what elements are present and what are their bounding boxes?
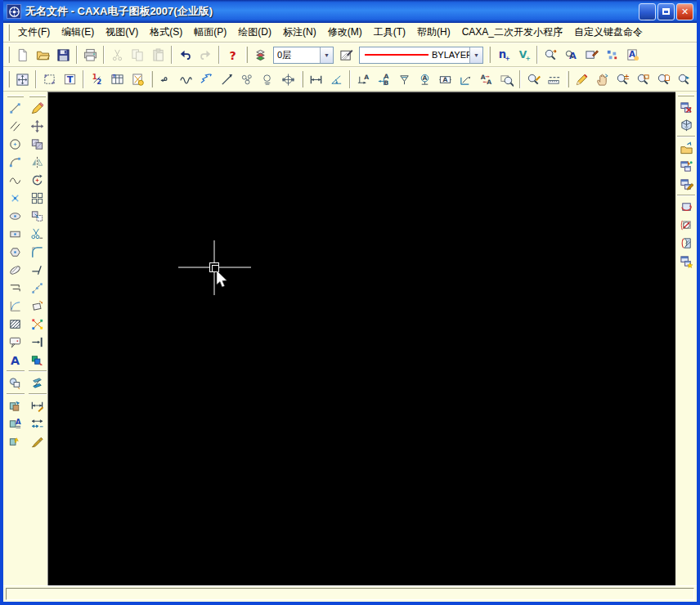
mirror-button[interactable]: [27, 153, 47, 171]
zoom-fit-button[interactable]: [12, 69, 33, 89]
move-button[interactable]: [27, 117, 47, 135]
dim-linear-button[interactable]: [306, 69, 326, 89]
ortho-mode-button[interactable]: n+: [493, 45, 514, 65]
menu-item-4[interactable]: 格式(S): [144, 23, 188, 42]
win-new-button[interactable]: [676, 252, 697, 270]
mag-pencil-button[interactable]: [523, 69, 544, 89]
toolbar-grip[interactable]: [29, 95, 46, 97]
dim-angular-button[interactable]: [326, 69, 347, 89]
block-move-button[interactable]: [27, 351, 47, 369]
toolbar-grip[interactable]: [150, 71, 153, 87]
menu-item-5[interactable]: 幅面(P): [188, 23, 232, 42]
polyline-button[interactable]: [5, 279, 25, 297]
dim-text-button[interactable]: AA: [476, 69, 496, 89]
menu-item-6[interactable]: 绘图(D): [232, 23, 277, 42]
toolbar-grip[interactable]: [488, 47, 491, 63]
hatch-fill-button[interactable]: [5, 315, 25, 333]
sheet-settings-button[interactable]: [128, 69, 148, 89]
circle-view-button[interactable]: [676, 198, 697, 216]
mag-page-button[interactable]: [653, 69, 674, 89]
zorder-button[interactable]: [27, 374, 47, 392]
hand-pan-button[interactable]: [592, 69, 612, 89]
explode-button[interactable]: [27, 315, 47, 333]
print-button[interactable]: [80, 45, 101, 65]
dim-datum-button[interactable]: A: [353, 69, 374, 89]
rotate-button[interactable]: [27, 171, 47, 189]
erase-button[interactable]: [27, 99, 47, 117]
color-combo-dropdown[interactable]: ▼: [469, 47, 482, 63]
line-button[interactable]: [5, 99, 25, 117]
win-edit-button[interactable]: [676, 175, 697, 193]
menu-item-9[interactable]: 工具(T): [368, 23, 411, 42]
linetype-button[interactable]: [336, 45, 357, 65]
minimize-button[interactable]: _: [639, 3, 656, 20]
toolbar-grip[interactable]: [7, 47, 10, 63]
mag-prev-button[interactable]: [674, 69, 694, 89]
hatch-pen-button[interactable]: [5, 261, 25, 279]
block-edit-button[interactable]: [5, 432, 25, 450]
menu-item-1[interactable]: 文件(F): [12, 23, 56, 42]
fillet-button[interactable]: [27, 243, 47, 261]
toolbar-grip[interactable]: [301, 71, 303, 87]
block-make-button[interactable]: [5, 374, 25, 392]
snap-points-button[interactable]: [602, 45, 622, 65]
trim-button[interactable]: [27, 225, 47, 243]
wave-button[interactable]: [176, 69, 196, 89]
balloon-button[interactable]: [5, 333, 25, 351]
menu-item-10[interactable]: 帮助(H): [411, 23, 456, 42]
fraction-button[interactable]: 12: [87, 69, 107, 89]
rot-rect-button[interactable]: [27, 297, 47, 315]
menu-item-7[interactable]: 标注(N): [277, 23, 322, 42]
dim-globe-button[interactable]: A: [415, 69, 435, 89]
menubar-grip[interactable]: [7, 25, 10, 41]
circle-off-button[interactable]: [676, 216, 697, 234]
table-button[interactable]: T: [107, 69, 128, 89]
layer-combo[interactable]: 0层▼: [273, 47, 334, 64]
toolbar-grip[interactable]: [678, 94, 694, 96]
copy-button[interactable]: [128, 45, 148, 65]
block-attr-button[interactable]: [5, 397, 25, 415]
arc-hatch-button[interactable]: [676, 234, 697, 252]
edit-tool-button[interactable]: [581, 45, 602, 65]
dim-ab-button[interactable]: AB: [374, 69, 394, 89]
profile-button[interactable]: [5, 297, 25, 315]
layers-button[interactable]: [250, 45, 271, 65]
cut-button[interactable]: [107, 45, 128, 65]
find-text-button[interactable]: A: [561, 45, 581, 65]
ellipse-button[interactable]: [5, 207, 25, 225]
frame-select-button[interactable]: [39, 69, 60, 89]
break-button[interactable]: [27, 261, 47, 279]
layer-combo-dropdown[interactable]: ▼: [320, 47, 333, 63]
stamp-button[interactable]: [27, 135, 47, 153]
arc-button[interactable]: [5, 153, 25, 171]
undo-button[interactable]: [175, 45, 195, 65]
pencil-edit-button[interactable]: [572, 69, 592, 89]
polygon-button[interactable]: [5, 243, 25, 261]
view-3d-button[interactable]: [676, 116, 697, 134]
copy-offset-button[interactable]: [27, 207, 47, 225]
text-tool-button[interactable]: T: [60, 69, 80, 89]
new-file-button[interactable]: [12, 45, 33, 65]
dyn-nav-button[interactable]: V+: [514, 45, 534, 65]
toolbar-grip[interactable]: [7, 95, 24, 97]
text-button[interactable]: A: [5, 351, 25, 369]
redo-button[interactable]: [195, 45, 216, 65]
hook-button[interactable]: [155, 69, 176, 89]
menu-item-12[interactable]: 自定义键盘命令: [568, 23, 648, 42]
titlebar[interactable]: 无名文件 - CAXA电子图板2007(企业版) _ ✕: [3, 0, 697, 23]
parallel-button[interactable]: [5, 117, 25, 135]
menu-item-11[interactable]: CAXA_二次开发小程序: [456, 23, 568, 42]
menu-item-3[interactable]: 视图(V): [100, 23, 144, 42]
text-style-button[interactable]: A: [622, 45, 643, 65]
zoom-pan-button[interactable]: [541, 45, 561, 65]
point-button[interactable]: [5, 189, 25, 207]
folder-out-button[interactable]: [676, 139, 697, 157]
toolbar-grip[interactable]: [567, 71, 569, 87]
leader-button[interactable]: [217, 69, 237, 89]
dim-edit-button[interactable]: [27, 397, 47, 415]
close-button[interactable]: ✕: [676, 3, 693, 20]
menu-item-2[interactable]: 编辑(E): [56, 23, 100, 42]
win-tools-button[interactable]: [676, 157, 697, 175]
toolbar-grip[interactable]: [245, 47, 248, 63]
rectangle-button[interactable]: [5, 225, 25, 243]
